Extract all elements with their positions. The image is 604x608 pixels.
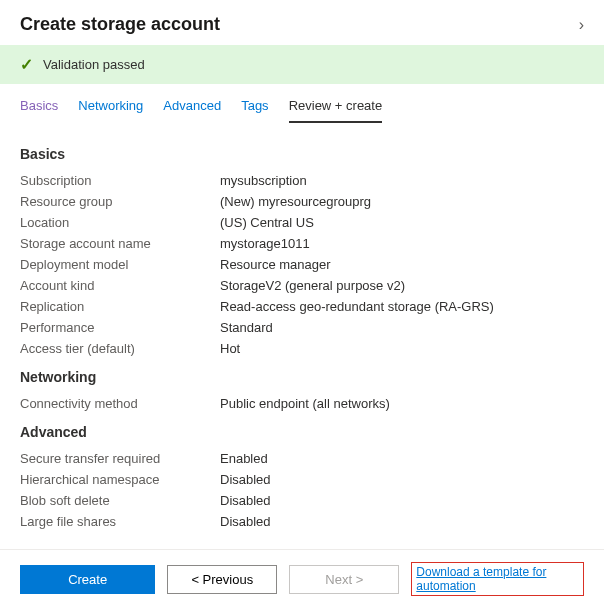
close-icon[interactable]: › xyxy=(579,16,584,34)
row-account-kind: Account kind StorageV2 (general purpose … xyxy=(20,275,584,296)
label-replication: Replication xyxy=(20,299,220,314)
row-connectivity: Connectivity method Public endpoint (all… xyxy=(20,393,584,414)
row-subscription: Subscription mysubscription xyxy=(20,170,584,191)
tab-bar: Basics Networking Advanced Tags Review +… xyxy=(0,84,604,124)
row-access-tier: Access tier (default) Hot xyxy=(20,338,584,359)
label-account-kind: Account kind xyxy=(20,278,220,293)
row-storage-name: Storage account name mystorage1011 xyxy=(20,233,584,254)
panel-header: Create storage account › xyxy=(0,0,604,45)
review-content: Basics Subscription mysubscription Resou… xyxy=(0,124,604,554)
label-soft-delete: Blob soft delete xyxy=(20,493,220,508)
row-resource-group: Resource group (New) myresourcegrouprg xyxy=(20,191,584,212)
row-secure-transfer: Secure transfer required Enabled xyxy=(20,448,584,469)
tab-basics[interactable]: Basics xyxy=(20,98,58,123)
checkmark-icon: ✓ xyxy=(20,55,33,74)
label-resource-group: Resource group xyxy=(20,194,220,209)
label-subscription: Subscription xyxy=(20,173,220,188)
value-connectivity: Public endpoint (all networks) xyxy=(220,396,390,411)
section-networking-title: Networking xyxy=(20,369,584,385)
label-hns: Hierarchical namespace xyxy=(20,472,220,487)
row-replication: Replication Read-access geo-redundant st… xyxy=(20,296,584,317)
value-deployment: Resource manager xyxy=(220,257,331,272)
value-soft-delete: Disabled xyxy=(220,493,271,508)
row-deployment: Deployment model Resource manager xyxy=(20,254,584,275)
value-account-kind: StorageV2 (general purpose v2) xyxy=(220,278,405,293)
validation-banner: ✓ Validation passed xyxy=(0,45,604,84)
footer-bar: Create < Previous Next > Download a temp… xyxy=(0,549,604,608)
value-location: (US) Central US xyxy=(220,215,314,230)
label-storage-name: Storage account name xyxy=(20,236,220,251)
value-performance: Standard xyxy=(220,320,273,335)
row-hns: Hierarchical namespace Disabled xyxy=(20,469,584,490)
section-advanced-title: Advanced xyxy=(20,424,584,440)
value-large-file: Disabled xyxy=(220,514,271,529)
value-access-tier: Hot xyxy=(220,341,240,356)
label-large-file: Large file shares xyxy=(20,514,220,529)
row-location: Location (US) Central US xyxy=(20,212,584,233)
create-button[interactable]: Create xyxy=(20,565,155,594)
tab-tags[interactable]: Tags xyxy=(241,98,268,123)
validation-message: Validation passed xyxy=(43,57,145,72)
label-connectivity: Connectivity method xyxy=(20,396,220,411)
row-performance: Performance Standard xyxy=(20,317,584,338)
tab-networking[interactable]: Networking xyxy=(78,98,143,123)
value-storage-name: mystorage1011 xyxy=(220,236,310,251)
tab-advanced[interactable]: Advanced xyxy=(163,98,221,123)
previous-button[interactable]: < Previous xyxy=(167,565,277,594)
label-secure-transfer: Secure transfer required xyxy=(20,451,220,466)
value-hns: Disabled xyxy=(220,472,271,487)
row-soft-delete: Blob soft delete Disabled xyxy=(20,490,584,511)
tab-review-create[interactable]: Review + create xyxy=(289,98,383,123)
download-template-link[interactable]: Download a template for automation xyxy=(411,562,584,596)
row-large-file: Large file shares Disabled xyxy=(20,511,584,532)
value-subscription: mysubscription xyxy=(220,173,307,188)
value-replication: Read-access geo-redundant storage (RA-GR… xyxy=(220,299,494,314)
next-button: Next > xyxy=(289,565,399,594)
page-title: Create storage account xyxy=(20,14,220,35)
label-access-tier: Access tier (default) xyxy=(20,341,220,356)
label-performance: Performance xyxy=(20,320,220,335)
value-resource-group: (New) myresourcegrouprg xyxy=(220,194,371,209)
label-location: Location xyxy=(20,215,220,230)
section-basics-title: Basics xyxy=(20,146,584,162)
label-deployment: Deployment model xyxy=(20,257,220,272)
value-secure-transfer: Enabled xyxy=(220,451,268,466)
